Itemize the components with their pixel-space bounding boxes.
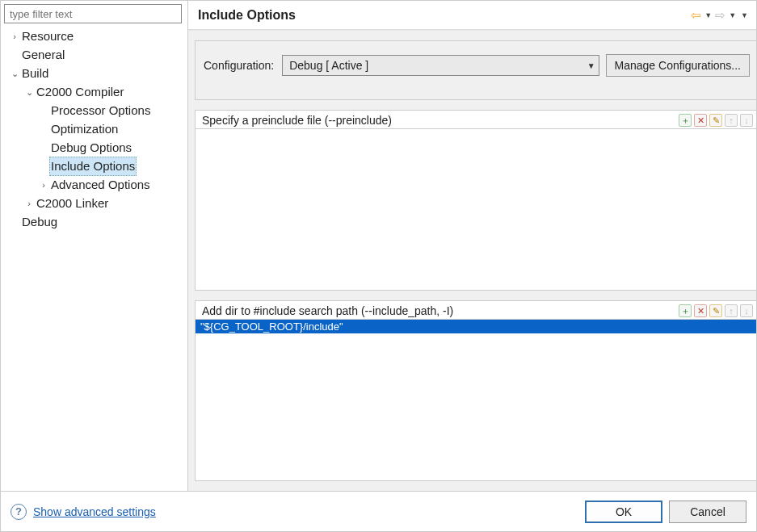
nav-tree: ›Resource›General⌄Build⌄C2000 Compiler›P…: [4, 27, 187, 231]
edit-icon[interactable]: ✎: [709, 304, 722, 317]
panel-header: Add dir to #include search path (--inclu…: [196, 301, 756, 319]
nav-forward-icon[interactable]: ⇨: [715, 8, 725, 23]
delete-icon[interactable]: ✕: [694, 114, 707, 127]
tree-item[interactable]: ›C2000 Linker: [4, 194, 187, 212]
twisty-expanded-icon[interactable]: ⌄: [9, 65, 20, 82]
help-icon[interactable]: ?: [11, 504, 27, 520]
manage-configurations-label: Manage Configurations...: [615, 59, 741, 72]
manage-configurations-button[interactable]: Manage Configurations...: [606, 54, 750, 77]
tree-item-label: General: [20, 46, 66, 64]
edit-icon[interactable]: ✎: [709, 114, 722, 127]
option-panel: Specify a preinclude file (--preinclude)…: [195, 110, 756, 291]
delete-icon[interactable]: ✕: [694, 304, 707, 317]
panel-header: Specify a preinclude file (--preinclude)…: [196, 111, 756, 128]
add-icon[interactable]: ＋: [679, 304, 692, 317]
chevron-down-icon: ▼: [587, 61, 595, 70]
panel-title: Add dir to #include search path (--inclu…: [202, 304, 674, 317]
tree-item[interactable]: ⌄C2000 Compiler: [4, 82, 187, 101]
tree-item[interactable]: ›Advanced Options: [4, 175, 187, 194]
add-icon[interactable]: ＋: [679, 114, 692, 127]
option-panel: Add dir to #include search path (--inclu…: [195, 300, 756, 481]
list-item[interactable]: "${CG_TOOL_ROOT}/include": [196, 320, 756, 333]
tree-item[interactable]: ›Resource: [4, 27, 187, 45]
move-up-icon[interactable]: ↑: [725, 114, 738, 127]
panel-toolbar: ＋✕✎↑↓: [679, 114, 753, 127]
tree-item-label: C2000 Linker: [35, 195, 110, 212]
nav-extra-menu-icon[interactable]: ▼: [739, 11, 750, 19]
twisty-collapsed-icon[interactable]: ›: [23, 195, 35, 212]
configuration-select[interactable]: Debug [ Active ] ▼: [282, 55, 599, 76]
tree-item[interactable]: ›Debug: [4, 212, 187, 231]
tree-item[interactable]: ›General: [4, 45, 187, 64]
twisty-collapsed-icon[interactable]: ›: [38, 176, 49, 194]
tree-item-label: Debug: [20, 213, 59, 231]
twisty-collapsed-icon[interactable]: ›: [9, 27, 20, 45]
sidebar: ›Resource›General⌄Build⌄C2000 Compiler›P…: [1, 1, 188, 491]
configuration-bar: Configuration: Debug [ Active ] ▼ Manage…: [195, 40, 756, 100]
tree-item-label: Optimization: [49, 120, 120, 138]
content-pane: Include Options ⇦ ▼ ⇨ ▼ ▼ Configuration:…: [188, 1, 756, 491]
tree-item-label: Advanced Options: [49, 176, 152, 194]
nav-forward-menu-icon[interactable]: ▼: [727, 11, 738, 19]
tree-item[interactable]: ⌄Build: [4, 64, 187, 82]
dialog-footer: ? Show advanced settings OK Cancel: [1, 491, 756, 531]
tree-item[interactable]: ›Optimization: [4, 119, 187, 138]
page-title: Include Options: [198, 8, 691, 23]
ok-button[interactable]: OK: [585, 501, 662, 523]
show-advanced-settings-link[interactable]: Show advanced settings: [33, 505, 156, 518]
move-down-icon[interactable]: ↓: [740, 304, 753, 317]
tree-item[interactable]: ›Include Options: [4, 157, 187, 175]
tree-item[interactable]: ›Debug Options: [4, 138, 187, 157]
move-down-icon[interactable]: ↓: [740, 114, 753, 127]
cancel-button[interactable]: Cancel: [669, 501, 746, 523]
twisty-expanded-icon[interactable]: ⌄: [23, 83, 35, 101]
content-header: Include Options ⇦ ▼ ⇨ ▼ ▼: [188, 1, 756, 30]
panel-list[interactable]: "${CG_TOOL_ROOT}/include": [196, 319, 756, 480]
cancel-button-label: Cancel: [690, 505, 725, 518]
tree-item-label: Debug Options: [49, 139, 133, 157]
panel-toolbar: ＋✕✎↑↓: [679, 304, 753, 317]
tree-item-label: C2000 Compiler: [35, 83, 125, 101]
tree-item[interactable]: ›Processor Options: [4, 101, 187, 119]
tree-item-label: Resource: [20, 27, 75, 45]
nav-back-icon[interactable]: ⇦: [691, 8, 701, 23]
nav-back-menu-icon[interactable]: ▼: [703, 11, 713, 19]
panel-list[interactable]: [196, 128, 756, 290]
tree-item-label: Include Options: [49, 157, 137, 176]
header-nav: ⇦ ▼ ⇨ ▼ ▼: [691, 8, 750, 23]
tree-item-label: Build: [20, 65, 50, 82]
ok-button-label: OK: [616, 505, 632, 518]
configuration-value: Debug [ Active ]: [289, 59, 368, 72]
configuration-label: Configuration:: [204, 59, 275, 72]
panel-title: Specify a preinclude file (--preinclude): [202, 114, 674, 127]
move-up-icon[interactable]: ↑: [725, 304, 738, 317]
tree-item-label: Processor Options: [49, 102, 152, 119]
filter-input[interactable]: [4, 4, 182, 23]
